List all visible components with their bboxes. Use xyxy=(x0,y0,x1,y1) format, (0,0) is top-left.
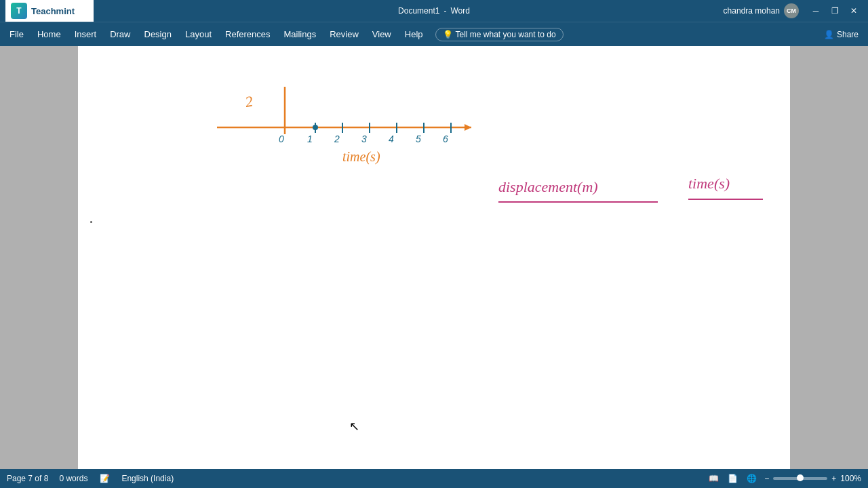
zoom-control: − + 100% xyxy=(764,474,861,483)
close-button[interactable]: ✕ xyxy=(845,3,863,18)
menu-review[interactable]: Review xyxy=(323,26,366,42)
menu-view[interactable]: View xyxy=(366,26,398,42)
read-mode-icon[interactable]: 📖 xyxy=(707,472,719,485)
drawing-canvas: 0 1 2 3 4 5 6 2 time(s) displacement(m) … xyxy=(78,46,790,469)
statusbar-right: 📖 📄 🌐 − + 100% xyxy=(707,472,861,485)
document-name: Document1 xyxy=(398,6,439,16)
share-icon: 👤 xyxy=(824,30,834,39)
svg-text:2: 2 xyxy=(244,92,254,110)
svg-text:2: 2 xyxy=(334,134,340,144)
zoom-in-icon[interactable]: + xyxy=(831,474,836,483)
zoom-thumb xyxy=(797,474,804,481)
menu-draw[interactable]: Draw xyxy=(103,26,137,42)
menu-bar: File Home Insert Draw Design Layout Refe… xyxy=(0,22,868,46)
tell-me-input[interactable]: 💡 Tell me what you want to do xyxy=(435,28,564,41)
share-button[interactable]: 👤 Share xyxy=(817,28,865,41)
zoom-out-icon[interactable]: − xyxy=(764,474,769,483)
menu-mailings[interactable]: Mailings xyxy=(277,26,323,42)
document-page: 0 1 2 3 4 5 6 2 time(s) displacement(m) … xyxy=(78,46,790,469)
svg-text:6: 6 xyxy=(443,134,448,144)
svg-marker-1 xyxy=(465,124,471,131)
word-count: 0 words xyxy=(59,474,87,483)
menu-layout[interactable]: Layout xyxy=(178,26,218,42)
zoom-level: 100% xyxy=(840,474,861,483)
user-info: chandra mohan CM xyxy=(724,3,799,18)
menu-help[interactable]: Help xyxy=(398,26,430,42)
svg-text:1: 1 xyxy=(307,134,313,144)
avatar: CM xyxy=(784,3,799,18)
restore-button[interactable]: ❐ xyxy=(826,3,844,18)
logo-icon: T xyxy=(11,3,27,19)
svg-point-9 xyxy=(313,125,318,130)
menu-file[interactable]: File xyxy=(3,26,31,42)
svg-text:time(s): time(s) xyxy=(342,149,380,165)
menu-insert[interactable]: Insert xyxy=(68,26,104,42)
svg-text:3: 3 xyxy=(361,134,367,144)
page-info: Page 7 of 8 xyxy=(7,474,48,483)
status-bar: Page 7 of 8 0 words 📝 English (India) 📖 … xyxy=(0,469,868,488)
proofing-icon[interactable]: 📝 xyxy=(98,472,111,485)
user-name: chandra mohan xyxy=(724,6,780,16)
print-layout-icon[interactable]: 📄 xyxy=(726,472,738,485)
svg-text:0: 0 xyxy=(279,134,284,144)
svg-text:5: 5 xyxy=(416,134,421,144)
lightbulb-icon: 💡 xyxy=(443,30,453,39)
app-name: Word xyxy=(450,6,469,16)
language: English (India) xyxy=(121,474,174,483)
menu-design[interactable]: Design xyxy=(138,26,178,42)
title-bar: T Teachmint Document1 - Word chandra moh… xyxy=(0,0,868,22)
app-logo: T Teachmint xyxy=(5,0,94,22)
web-layout-icon[interactable]: 🌐 xyxy=(745,472,757,485)
share-label: Share xyxy=(837,30,859,39)
menu-references[interactable]: References xyxy=(218,26,277,42)
svg-text:displacement(m): displacement(m) xyxy=(498,178,598,195)
svg-text:time(s): time(s) xyxy=(688,175,730,192)
tell-me-text: Tell me what you want to do xyxy=(456,30,556,39)
separator: - xyxy=(443,6,446,16)
menu-home[interactable]: Home xyxy=(31,26,68,42)
logo-text: Teachmint xyxy=(31,6,75,16)
zoom-slider[interactable] xyxy=(773,477,827,480)
document-area: 0 1 2 3 4 5 6 2 time(s) displacement(m) … xyxy=(0,46,868,469)
minimize-button[interactable]: ─ xyxy=(807,3,825,18)
cursor-dot xyxy=(90,221,92,223)
window-controls: ─ ❐ ✕ xyxy=(807,3,863,18)
titlebar-right: chandra mohan CM ─ ❐ ✕ xyxy=(724,3,863,18)
svg-text:4: 4 xyxy=(389,134,394,144)
titlebar-center: Document1 - Word xyxy=(398,6,470,16)
statusbar-left: Page 7 of 8 0 words 📝 English (India) xyxy=(7,472,174,485)
